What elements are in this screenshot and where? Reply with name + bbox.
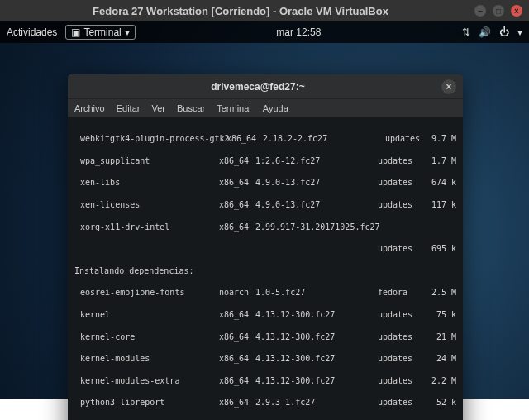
chevron-down-icon[interactable]: ▾ — [517, 26, 522, 38]
menu-ayuda[interactable]: Ayuda — [263, 103, 288, 113]
activities-button[interactable]: Actividades — [7, 26, 57, 38]
pkg-size: 9.7 M — [431, 133, 456, 144]
pkg-name: webkitgtk4-plugin-process-gtk2 — [80, 133, 226, 144]
menu-terminal[interactable]: Terminal — [217, 103, 251, 113]
terminal-title: drivemeca@fed27:~ — [74, 81, 441, 93]
app-menu-label: Terminal — [83, 26, 121, 38]
close-icon[interactable]: × — [511, 5, 522, 17]
terminal-icon: ▣ — [71, 26, 80, 38]
menu-ver[interactable]: Ver — [151, 103, 165, 113]
menu-buscar[interactable]: Buscar — [177, 103, 205, 113]
volume-icon[interactable]: 🔊 — [479, 26, 491, 38]
network-icon[interactable]: ⇅ — [462, 26, 470, 38]
minimize-icon[interactable]: – — [474, 5, 486, 17]
terminal-window: drivemeca@fed27:~ × Archivo Editar Ver B… — [68, 74, 463, 420]
clock[interactable]: mar 12:58 — [136, 26, 462, 38]
chevron-down-icon: ▾ — [125, 26, 130, 38]
app-menu[interactable]: ▣ Terminal ▾ — [65, 25, 135, 40]
terminal-close-button[interactable]: × — [441, 79, 456, 94]
menu-editar[interactable]: Editar — [117, 103, 141, 113]
power-icon[interactable]: ⏻ — [499, 26, 509, 38]
pkg-ver: 2.18.2-2.fc27 — [263, 133, 385, 144]
pkg-repo: updates — [385, 133, 431, 144]
menu-archivo[interactable]: Archivo — [74, 103, 105, 113]
terminal-body[interactable]: webkitgtk4-plugin-process-gtk2x86_642.18… — [68, 117, 463, 420]
vbox-titlebar: Fedora 27 Workstation [Corriendo] - Orac… — [0, 0, 529, 21]
maximize-icon[interactable]: □ — [493, 5, 504, 17]
terminal-titlebar[interactable]: drivemeca@fed27:~ × — [68, 74, 463, 99]
gnome-topbar: Actividades ▣ Terminal ▾ mar 12:58 ⇅ 🔊 ⏻… — [0, 21, 529, 43]
terminal-menubar: Archivo Editar Ver Buscar Terminal Ayuda — [68, 99, 463, 117]
vbox-title: Fedora 27 Workstation [Corriendo] - Orac… — [7, 5, 474, 17]
vbox-window-controls: – □ × — [474, 5, 522, 17]
deps-title: Instalando dependencias: — [74, 265, 456, 276]
pkg-arch: x86_64 — [226, 133, 263, 144]
guest-desktop: Actividades ▣ Terminal ▾ mar 12:58 ⇅ 🔊 ⏻… — [0, 21, 529, 399]
